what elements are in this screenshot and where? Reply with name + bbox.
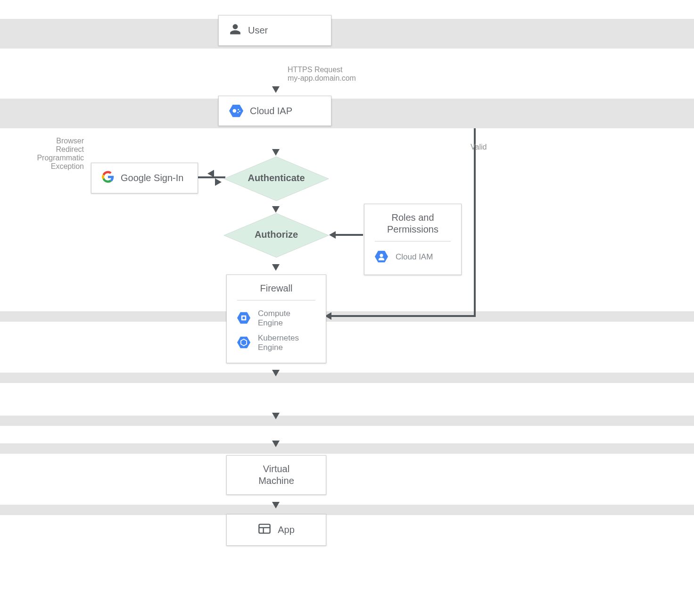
cloud-iam-icon — [375, 250, 389, 264]
cloud-iap-label: Cloud IAP — [250, 106, 292, 117]
valid-note: Valid — [471, 143, 487, 151]
svg-point-2 — [238, 109, 239, 110]
app-label: App — [278, 524, 295, 535]
roles-line1: Roles and — [375, 212, 451, 224]
user-label: User — [248, 25, 268, 36]
vm-line1: Virtual — [237, 463, 315, 475]
user-box: User — [218, 15, 331, 46]
google-signin-label: Google Sign-In — [121, 173, 183, 183]
app-icon — [258, 522, 271, 538]
band-2 — [0, 99, 694, 128]
arrow-to-signin — [207, 170, 214, 177]
compute-engine-icon — [237, 311, 251, 325]
vm-box: Virtual Machine — [226, 455, 326, 495]
band-1 — [0, 19, 694, 49]
roles-permissions-box: Roles and Permissions Cloud IAM — [364, 204, 462, 275]
svg-point-6 — [380, 254, 383, 257]
roles-divider — [375, 241, 451, 241]
authorize-label: Authorize — [222, 229, 331, 240]
firewall-divider — [237, 300, 315, 300]
cloud-iap-icon — [229, 104, 243, 118]
google-icon — [102, 171, 114, 185]
app-box: App — [226, 514, 326, 546]
band-7 — [0, 505, 694, 515]
svg-marker-10 — [237, 337, 250, 349]
firewall-box: Firewall Compute Engine Kubernetes Engin… — [226, 275, 326, 363]
arrow-to-vm — [272, 441, 280, 447]
kubernetes-engine-label: Kubernetes Engine — [258, 333, 315, 352]
svg-rect-12 — [259, 524, 270, 533]
cloud-iap-box: Cloud IAP — [218, 96, 331, 126]
https-note: HTTPS Request my-app.domain.com — [288, 66, 356, 83]
firewall-title: Firewall — [237, 283, 315, 294]
redirect-note: Browser Redirect Programmatic Exception — [23, 137, 84, 171]
kubernetes-engine-icon — [237, 336, 251, 350]
arrow-firewall-vm — [272, 370, 280, 376]
roles-line2: Permissions — [375, 224, 451, 235]
google-signin-box: Google Sign-In — [91, 163, 198, 193]
vm-line2: Machine — [237, 475, 315, 487]
band-4 — [0, 373, 694, 383]
line-roles-auth — [335, 234, 363, 236]
svg-point-4 — [237, 112, 239, 113]
arrow-vm-to-app — [272, 502, 280, 508]
user-icon — [229, 23, 241, 38]
svg-point-1 — [233, 109, 237, 113]
band-5 — [0, 416, 694, 426]
arrow-authorize-to-firewall — [272, 264, 280, 271]
arrow-vm-gap — [272, 413, 280, 419]
svg-point-3 — [239, 111, 240, 112]
arrow-iap-to-auth — [272, 149, 280, 156]
arrow-from-signin — [215, 178, 222, 186]
cloud-iam-label: Cloud IAM — [396, 252, 433, 262]
band-6 — [0, 443, 694, 454]
arrow-user-to-iap — [272, 86, 280, 93]
authenticate-label: Authenticate — [222, 173, 331, 183]
valid-across — [330, 315, 476, 317]
compute-engine-label: Compute Engine — [258, 309, 315, 328]
valid-down — [474, 128, 476, 316]
arrow-auth-to-authorize — [272, 206, 280, 213]
svg-rect-9 — [242, 316, 245, 319]
